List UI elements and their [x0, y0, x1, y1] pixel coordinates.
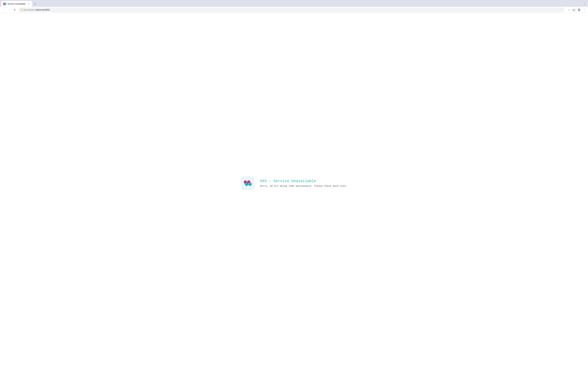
page-content: 503 – Service Unavailable Sorry, we are …: [0, 13, 588, 367]
tab-list-button[interactable]: ⌄: [582, 1, 587, 6]
svg-rect-5: [579, 9, 580, 10]
browser-tab[interactable]: Service Unavailable ✕: [1, 1, 32, 7]
browser-chrome: Service Unavailable ✕ + ⌄ ← → ↻ Non sécu…: [0, 0, 588, 13]
tab-favicon-icon: [3, 3, 6, 5]
cast-button[interactable]: [572, 8, 576, 12]
tab-title: Service Unavailable: [8, 3, 26, 5]
svg-rect-1: [5, 3, 6, 5]
security-icon: Non sécurisé: [20, 9, 34, 11]
back-button[interactable]: ←: [1, 8, 6, 12]
svg-rect-6: [578, 10, 579, 11]
svg-rect-4: [578, 9, 579, 10]
forward-button[interactable]: →: [7, 8, 12, 12]
new-tab-button[interactable]: +: [33, 1, 37, 6]
url-text: article.test/503: [35, 8, 563, 11]
error-icon-wrapper: [241, 176, 254, 190]
reload-button[interactable]: ↻: [12, 8, 17, 12]
profile-button[interactable]: [577, 8, 581, 12]
error-container: 503 – Service Unavailable Sorry, we are …: [241, 176, 347, 190]
error-subtext: Sorry, we are doing some maintenance. Pl…: [260, 185, 347, 187]
tab-close-button[interactable]: ✕: [27, 3, 30, 5]
security-label: Non sécurisé: [24, 9, 34, 11]
address-input-wrapper[interactable]: Non sécurisé article.test/503: [18, 8, 564, 12]
menu-button[interactable]: ⋮: [582, 8, 587, 12]
address-bar: ← → ↻ Non sécurisé article.test/503 ☆: [0, 7, 588, 13]
error-heading: 503 – Service Unavailable: [260, 179, 347, 183]
tab-bar: Service Unavailable ✕ + ⌄: [0, 0, 588, 7]
svg-rect-7: [579, 10, 580, 11]
svg-rect-0: [3, 3, 5, 5]
svg-point-2: [21, 10, 22, 10]
error-text-block: 503 – Service Unavailable Sorry, we are …: [260, 179, 347, 187]
pill-icon: [243, 179, 252, 188]
bookmark-button[interactable]: ☆: [567, 8, 571, 12]
address-bar-actions: ☆ ⋮: [567, 8, 587, 12]
tab-bar-end: ⌄: [582, 1, 587, 6]
